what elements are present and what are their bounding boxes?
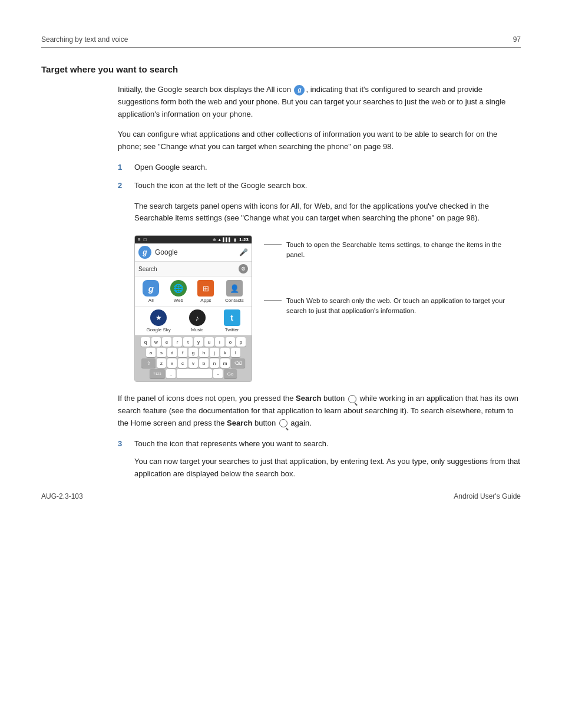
key-s[interactable]: s (157, 348, 166, 357)
contacts-icon[interactable]: 👤 (226, 280, 243, 297)
step-3: 3 Touch the icon that represents where y… (118, 438, 521, 450)
key-j[interactable]: j (210, 348, 219, 357)
key-c[interactable]: c (178, 358, 187, 368)
target-googlesky[interactable]: ★ Google Sky (146, 309, 170, 332)
keyboard-row-3: ⇧ z x c v b n m ⌫ (136, 358, 250, 368)
key-h[interactable]: h (199, 348, 209, 357)
keyboard-row-4: ?123 , - Go (136, 369, 250, 378)
key-space[interactable] (177, 369, 212, 378)
battery-icon: ▮ (234, 238, 236, 242)
keyboard-row-2: a s d f g h j k l (136, 348, 250, 357)
contacts-label: Contacts (225, 298, 244, 303)
all-icon-inline: g (294, 85, 305, 95)
notice-paragraph: If the panel of icons does not open, you… (118, 393, 521, 429)
page-header: Searching by text and voice 97 (41, 35, 521, 48)
step-2-sub: The search targets panel opens with icon… (134, 200, 521, 225)
music-label: Music (191, 327, 203, 332)
search-placeholder[interactable]: Google (155, 248, 236, 256)
key-m[interactable]: m (220, 358, 230, 368)
all-label: All (148, 298, 154, 303)
key-r[interactable]: r (173, 337, 182, 347)
key-b[interactable]: b (199, 358, 209, 368)
callout-1-text: Touch to open the Searchable Items setti… (286, 240, 521, 261)
callout-2-line (264, 300, 282, 301)
search-bold-1: Search (296, 394, 321, 403)
web-icon[interactable]: 🌐 (170, 280, 187, 297)
target-apps[interactable]: ⊞ Apps (197, 280, 214, 303)
header-section-title: Searching by text and voice (41, 35, 128, 44)
mic-icon[interactable]: 🎤 (239, 248, 248, 256)
key-n[interactable]: n (210, 358, 219, 368)
twitter-icon[interactable]: t (224, 309, 240, 326)
callout-1-line (264, 244, 282, 245)
step-2: 2 Touch the icon at the left of the Goog… (118, 180, 521, 192)
key-e[interactable]: e (162, 337, 171, 347)
target-contacts[interactable]: 👤 Contacts (225, 280, 244, 303)
key-g[interactable]: g (189, 348, 198, 357)
footer-left: AUG-2.3-103 (41, 492, 83, 500)
search-targets-row-1: g All 🌐 Web ⊞ Apps 👤 Contacts (135, 276, 252, 307)
googlesky-icon[interactable]: ★ (150, 309, 167, 326)
phone-search-bar[interactable]: g Google 🎤 (135, 243, 252, 262)
key-a[interactable]: a (146, 348, 156, 357)
step-1-number: 1 (118, 162, 128, 174)
key-x[interactable]: x (167, 358, 177, 368)
key-shift[interactable]: ⇧ (141, 358, 156, 368)
step-3-number: 3 (118, 438, 128, 450)
key-z[interactable]: z (157, 358, 166, 368)
key-dash[interactable]: - (213, 369, 223, 378)
status-bar: ≡ □ ⊕ ▲ ▌▌▌ ▮ 1:23 (135, 236, 252, 243)
googlesky-label: Google Sky (146, 327, 170, 332)
target-twitter[interactable]: t Twitter (224, 309, 240, 332)
key-comma[interactable]: , (166, 369, 176, 378)
key-o[interactable]: o (226, 337, 235, 347)
key-k[interactable]: k (220, 348, 230, 357)
paragraph-2: You can configure what applications and … (118, 129, 521, 153)
target-music[interactable]: ♪ Music (189, 309, 206, 332)
window-icon: □ (144, 237, 147, 242)
callout-area: Touch to open the Searchable Items setti… (264, 235, 521, 316)
signal-icon: ▌▌▌ (223, 238, 232, 242)
settings-gear-icon[interactable]: ⚙ (239, 264, 248, 274)
target-all[interactable]: g All (143, 280, 159, 303)
wifi-icon: ▲ (217, 238, 222, 242)
phone-screenshot: ≡ □ ⊕ ▲ ▌▌▌ ▮ 1:23 g Google 🎤 (134, 235, 252, 382)
search-icon-inline-2 (279, 419, 287, 427)
target-web[interactable]: 🌐 Web (170, 280, 187, 303)
google-all-icon[interactable]: g (138, 246, 151, 259)
key-i[interactable]: i (215, 337, 224, 347)
header-page-number: 97 (513, 35, 521, 44)
step-1-text: Open Google search. (134, 162, 521, 174)
key-123[interactable]: ?123 (150, 369, 165, 378)
key-y[interactable]: y (194, 337, 203, 347)
key-p[interactable]: p (236, 337, 246, 347)
all-icon[interactable]: g (143, 280, 159, 297)
target-icon: ⊕ (213, 238, 216, 242)
key-go[interactable]: Go (224, 369, 237, 378)
key-l[interactable]: l (231, 348, 240, 357)
key-v[interactable]: v (189, 358, 198, 368)
callout-2-text: Touch Web to search only the web. Or tou… (286, 296, 521, 317)
page-footer: AUG-2.3-103 Android User's Guide (41, 492, 521, 500)
key-q[interactable]: q (141, 337, 150, 347)
key-w[interactable]: w (151, 337, 161, 347)
web-label: Web (174, 298, 183, 303)
music-icon[interactable]: ♪ (189, 309, 206, 326)
key-backspace[interactable]: ⌫ (231, 358, 245, 368)
key-u[interactable]: u (204, 337, 214, 347)
key-t[interactable]: t (183, 337, 193, 347)
screenshot-section: ≡ □ ⊕ ▲ ▌▌▌ ▮ 1:23 g Google 🎤 (134, 235, 521, 382)
paragraph-1: Initially, the Google search box display… (118, 84, 521, 120)
callout-2: Touch Web to search only the web. Or tou… (264, 296, 521, 317)
step-3-sub: You can now target your searches to just… (134, 456, 521, 480)
search-targets-row-2: ★ Google Sky ♪ Music t Twitter (135, 307, 252, 335)
key-f[interactable]: f (178, 348, 187, 357)
apps-label: Apps (200, 298, 211, 303)
steps-list: 1 Open Google search. 2 Touch the icon a… (118, 162, 521, 192)
steps-list-2: 3 Touch the icon that represents where y… (118, 438, 521, 450)
status-bar-left-icons: ≡ □ (138, 237, 147, 242)
apps-icon[interactable]: ⊞ (197, 280, 214, 297)
search-bold-2: Search (227, 419, 252, 427)
callout-1: Touch to open the Searchable Items setti… (264, 240, 521, 261)
key-d[interactable]: d (167, 348, 177, 357)
